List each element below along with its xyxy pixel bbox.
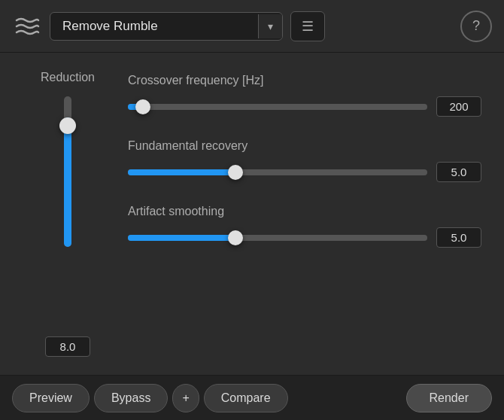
preset-selector: Remove Rumble ▾ (50, 12, 283, 41)
artifact-label: Artifact smoothing (128, 205, 481, 218)
fundamental-value[interactable]: 5.0 (436, 162, 481, 182)
left-panel: Reduction 8.0 (23, 71, 113, 357)
fundamental-slider-row: 5.0 (128, 162, 481, 182)
preset-name: Remove Rumble (50, 13, 258, 40)
artifact-slider-track[interactable] (128, 235, 427, 241)
help-button[interactable]: ? (460, 11, 492, 42)
fundamental-slider-fill (128, 169, 235, 175)
artifact-slider-thumb[interactable] (228, 230, 243, 245)
artifact-slider-fill (128, 235, 235, 241)
reduction-value[interactable]: 8.0 (45, 336, 90, 357)
help-icon: ? (472, 18, 480, 34)
fundamental-slider-thumb[interactable] (228, 165, 243, 180)
crossover-slider-group: Crossover frequency [Hz] 200 (128, 74, 481, 117)
app-container: Remove Rumble ▾ ☰ ? Reduction 8.0 (0, 0, 504, 420)
reduction-slider-thumb[interactable] (59, 117, 76, 134)
footer: Preview Bypass + Compare Render (0, 375, 504, 420)
fundamental-slider-track[interactable] (128, 169, 427, 175)
artifact-slider-group: Artifact smoothing 5.0 (128, 205, 481, 248)
menu-icon: ☰ (302, 18, 314, 35)
right-panel: Crossover frequency [Hz] 200 Fundamental… (128, 71, 481, 357)
fundamental-slider-group: Fundamental recovery 5.0 (128, 139, 481, 182)
menu-button[interactable]: ☰ (290, 11, 325, 41)
compare-button[interactable]: Compare (204, 384, 288, 412)
reduction-slider-fill (64, 117, 71, 247)
fundamental-label: Fundamental recovery (128, 139, 481, 153)
preview-button[interactable]: Preview (12, 384, 90, 412)
reduction-slider-container (64, 96, 71, 329)
render-button[interactable]: Render (406, 384, 492, 412)
crossover-value[interactable]: 200 (436, 96, 481, 117)
preset-dropdown-button[interactable]: ▾ (258, 14, 282, 38)
crossover-label: Crossover frequency [Hz] (128, 74, 481, 87)
chevron-down-icon: ▾ (268, 20, 273, 32)
header: Remove Rumble ▾ ☰ ? (0, 0, 504, 53)
add-button[interactable]: + (172, 384, 199, 412)
reduction-label: Reduction (41, 71, 95, 84)
crossover-slider-row: 200 (128, 96, 481, 117)
logo-icon (12, 13, 42, 40)
bypass-button[interactable]: Bypass (94, 384, 168, 412)
artifact-slider-row: 5.0 (128, 227, 481, 248)
crossover-slider-track[interactable] (128, 104, 427, 110)
crossover-slider-thumb[interactable] (135, 99, 150, 114)
artifact-value[interactable]: 5.0 (436, 227, 481, 248)
reduction-slider-track[interactable] (64, 96, 71, 247)
main-content: Reduction 8.0 Crossover frequency [Hz] (0, 53, 504, 375)
